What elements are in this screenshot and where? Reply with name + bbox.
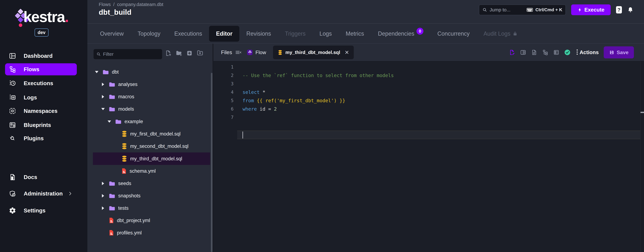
executions-icon [9, 79, 16, 87]
tab-dependencies[interactable]: Dependencies0 [371, 26, 430, 42]
actions-button[interactable]: Actions [576, 49, 599, 56]
sidebar-item-logs[interactable]: Logs [0, 93, 87, 102]
breadcrumb-namespace[interactable]: company.datateam.dbt [117, 2, 163, 7]
tree-item-dbt-project-yml[interactable]: dbt_project.yml [93, 214, 210, 227]
dashboard-icon [9, 52, 16, 60]
tab-flow[interactable]: Flow [247, 49, 266, 56]
flow-tabs: Overview Topology Executions Editor Revi… [87, 24, 644, 44]
folder-icon [109, 205, 115, 211]
yaml-file-icon [109, 229, 114, 236]
sidebar-item-dashboard[interactable]: Dashboard [0, 51, 87, 61]
folder-icon [109, 94, 115, 99]
collapse-sidebar-icon[interactable] [235, 50, 242, 55]
tab-topology[interactable]: Topology [131, 26, 167, 42]
chevron-right-icon[interactable] [101, 182, 105, 185]
file-edit-icon[interactable] [509, 49, 515, 55]
tree-item-tests[interactable]: tests [93, 202, 210, 214]
breadcrumb-separator: / [113, 2, 114, 7]
docs-icon [9, 173, 16, 181]
kebab-menu-icon [576, 49, 578, 56]
sidebar-item-executions[interactable]: Executions [0, 78, 87, 88]
tab-editor[interactable]: Editor [209, 26, 239, 42]
tab-metrics[interactable]: Metrics [339, 26, 371, 42]
tree-item-my-first-dbt-model[interactable]: my_first_dbt_model.sql [93, 128, 210, 140]
keyboard-icon [526, 8, 533, 12]
code-line-3 [242, 80, 639, 88]
chevron-down-icon[interactable] [101, 107, 105, 111]
jump-to-placeholder: Jump to... [490, 7, 510, 13]
file-tree-icon[interactable] [542, 49, 548, 55]
new-file-icon[interactable] [165, 50, 172, 56]
text-cursor [242, 132, 243, 139]
tree-item-seeds[interactable]: seeds [93, 177, 210, 190]
code-line-7 [242, 113, 639, 121]
namespaces-icon [9, 107, 16, 115]
current-line-highlight [237, 131, 640, 139]
logs-icon [9, 94, 16, 101]
kestra-wordmark: kestra. [24, 8, 68, 26]
flows-icon [9, 66, 16, 73]
sidebar-item-plugins[interactable]: Plugins [0, 134, 87, 143]
add-square-icon[interactable] [186, 50, 192, 56]
tab-concurrency[interactable]: Concurrency [430, 26, 476, 42]
tree-item-models[interactable]: models [93, 103, 210, 115]
sidebar-item-administration[interactable]: Administration [0, 189, 87, 198]
chevron-right-icon[interactable] [101, 82, 105, 86]
sidebar-item-docs[interactable]: Docs [0, 172, 87, 182]
tab-revisions[interactable]: Revisions [239, 26, 278, 42]
import-folder-icon[interactable] [197, 50, 203, 56]
chevron-down-icon[interactable] [95, 70, 98, 74]
scrollbar-cursor-mark [640, 112, 644, 113]
chevron-down-icon[interactable] [108, 120, 111, 123]
tree-item-example[interactable]: example [93, 115, 210, 128]
jump-to-shortcut: Ctrl/Cmd + K [536, 7, 562, 12]
lock-icon [512, 31, 518, 36]
search-icon [96, 52, 101, 56]
tree-item-macros[interactable]: macros [93, 90, 210, 103]
folder-icon [109, 81, 115, 87]
new-folder-icon[interactable] [176, 50, 182, 56]
help-button[interactable]: ? [616, 6, 622, 14]
tab-logs[interactable]: Logs [312, 26, 339, 42]
sidebar-item-flows[interactable]: Flows [0, 63, 87, 75]
open-file-tab[interactable]: my_third_dbt_model.sql ✕ [273, 46, 354, 59]
line-number-gutter: 1 2 3 4 5 6 7 [214, 63, 234, 121]
sidebar-item-settings[interactable]: Settings [0, 206, 87, 215]
sidebar-item-namespaces[interactable]: Namespaces [0, 106, 87, 116]
save-button[interactable]: Save [604, 46, 634, 58]
tab-overview[interactable]: Overview [93, 26, 131, 42]
tree-item-profiles-yml[interactable]: profiles.yml [93, 226, 210, 239]
tree-item-snapshots[interactable]: snapshots [93, 189, 210, 202]
editor-scrollbar[interactable] [640, 61, 640, 252]
jump-to-search[interactable]: Jump to... Ctrl/Cmd + K [479, 5, 566, 15]
file-document-icon[interactable] [531, 49, 537, 55]
tab-executions[interactable]: Executions [167, 26, 209, 42]
plugins-icon [9, 135, 16, 142]
folder-icon [115, 119, 122, 124]
editor-panel: Files Flow my_third_dbt_model.sql ✕ [214, 44, 644, 252]
database-file-icon [121, 143, 127, 150]
chevron-right-icon[interactable] [101, 95, 105, 99]
chevron-right-icon[interactable] [101, 194, 105, 198]
split-view-icon[interactable] [520, 49, 526, 55]
tree-item-my-second-dbt-model[interactable]: my_second_dbt_model.sql [93, 140, 210, 153]
tree-item-dbt[interactable]: dbt [93, 66, 210, 78]
tree-item-analyses[interactable]: analyses [93, 78, 210, 90]
tree-item-my-third-dbt-model[interactable]: my_third_dbt_model.sql [93, 153, 210, 165]
execute-button[interactable]: Execute [571, 5, 611, 15]
code-editor[interactable]: 1 2 3 4 5 6 7 -- Use the `ref` function … [214, 61, 644, 252]
database-file-icon [278, 50, 282, 55]
breadcrumb-flows[interactable]: Flows [99, 2, 111, 7]
filter-input[interactable] [103, 51, 154, 57]
tree-scrollbar[interactable] [211, 73, 212, 252]
sidebar-item-blueprints[interactable]: Blueprints [0, 120, 87, 130]
chevron-right-icon[interactable] [101, 206, 105, 210]
folder-icon [109, 193, 115, 199]
form-view-icon[interactable] [553, 49, 559, 55]
floppy-icon [609, 50, 614, 55]
yaml-file-icon [121, 168, 127, 174]
close-tab-icon[interactable]: ✕ [344, 49, 349, 56]
tree-item-schema-yml[interactable]: schema.yml [93, 165, 210, 177]
notifications-bell-icon[interactable] [627, 6, 634, 14]
validation-check-icon [564, 49, 570, 55]
